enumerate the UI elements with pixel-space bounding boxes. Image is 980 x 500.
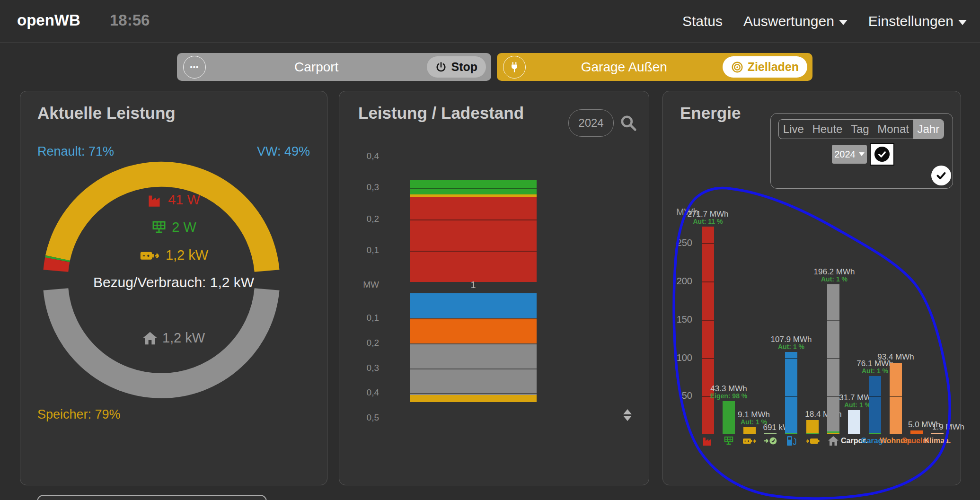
tick-line xyxy=(702,320,714,321)
y-axis-tick: 100 xyxy=(669,352,692,363)
top-navbar: openWB 18:56 Status Auswertungen Einstel… xyxy=(0,0,980,43)
power-soc-chart: 0,10,20,30,40,10,20,30,40,5MW1 xyxy=(339,91,649,485)
zielladen-label: Zielladen xyxy=(748,60,799,74)
chargepoint-garage-button[interactable]: Garage Außen Zielladen xyxy=(497,53,812,81)
stack-segment-battery-discharge[interactable] xyxy=(410,194,537,197)
nav-item-label: Einstellungen xyxy=(868,13,954,29)
sort-down-icon xyxy=(623,416,632,421)
bar-autarky-label: Aut: 11 % xyxy=(675,218,741,225)
energy-bar[interactable] xyxy=(806,420,819,434)
flow-house: 1,2 kW xyxy=(20,330,327,346)
stack-segment-chargepoint-blue[interactable] xyxy=(410,293,537,318)
ellipsis-icon: ••• xyxy=(190,63,199,70)
flow-grid: 41 W xyxy=(20,192,327,208)
axis-tick: 0,1 xyxy=(351,313,379,323)
x-axis-label: Klimaa. xyxy=(918,437,956,445)
energy-bar-chart: MWh25020015010050271.7 MWhAut: 11 %43.3 … xyxy=(663,91,961,485)
energy-bar[interactable] xyxy=(869,376,881,434)
plug-icon xyxy=(508,61,521,73)
house-power-value: 1,2 kW xyxy=(162,330,205,346)
bar-value-label: 691 kWh xyxy=(746,423,812,432)
power-icon xyxy=(435,61,447,73)
nav-item-einstellungen[interactable]: Einstellungen xyxy=(868,13,967,29)
flow-pv: 2 W xyxy=(20,219,327,235)
axis-tick: 0,5 xyxy=(351,412,379,423)
bar-autarky-label: Aut: 1 % xyxy=(801,275,867,283)
energy-bar[interactable] xyxy=(702,227,714,434)
bar-accent-segment xyxy=(827,431,839,433)
tick-line xyxy=(410,188,537,189)
tick-line xyxy=(410,393,537,394)
card-leistung-ladestand: Leistung / Ladestand 2024 0,10,20,30,40,… xyxy=(339,91,649,485)
energy-bar[interactable] xyxy=(785,352,797,434)
speicher-soc: Speicher: 79% xyxy=(37,407,121,422)
axis-tick: 0,3 xyxy=(351,182,379,193)
card-energie: Energie Live Heute Tag Monat Jahr 2024 M… xyxy=(662,91,961,485)
bar-accent-segment xyxy=(806,433,819,434)
y-axis-tick: 150 xyxy=(669,314,692,325)
sort-up-icon xyxy=(623,409,632,414)
house-icon xyxy=(142,331,158,345)
bar-accent-segment xyxy=(827,433,839,434)
stop-label: Stop xyxy=(451,60,477,74)
solar-panel-icon xyxy=(722,436,736,446)
tick-line xyxy=(785,396,797,397)
bar-accent-segment xyxy=(869,433,881,434)
tick-line xyxy=(410,318,537,319)
nav-item-label: Status xyxy=(682,13,723,29)
axis-tick: 0,3 xyxy=(351,363,379,373)
zielladen-mode-button[interactable]: Zielladen xyxy=(723,56,807,78)
nav-item-status[interactable]: Status xyxy=(682,13,723,29)
openwb-dashboard: openWB 18:56 Status Auswertungen Einstel… xyxy=(0,0,980,500)
axis-tick: 0,4 xyxy=(351,151,379,161)
tick-line xyxy=(410,343,537,344)
chargepoint-carport-button[interactable]: ••• Carport Stop xyxy=(177,53,491,81)
stack-segment-pv[interactable] xyxy=(410,180,537,194)
bar-value-label: 18.4 MWh xyxy=(790,410,856,419)
chargepoint-plug-badge[interactable] xyxy=(503,56,526,79)
tick-line xyxy=(785,358,797,359)
stop-charging-button[interactable]: Stop xyxy=(427,56,486,78)
chargepoint-name: Carport xyxy=(206,60,427,75)
grid-power-value: 41 W xyxy=(168,192,200,208)
energy-bar[interactable] xyxy=(848,410,860,434)
bezug-verbrauch-row: Bezug/Verbrauch: 1,2 kW xyxy=(20,274,327,290)
y-axis-tick: 200 xyxy=(669,276,692,287)
bar-value-label: 1.9 MWh xyxy=(915,422,980,432)
stack-segment-chargepoint-orange[interactable] xyxy=(410,318,537,343)
bar-value-label: 93.4 MWh xyxy=(863,352,929,362)
chevron-down-icon xyxy=(958,20,967,25)
stack-segment-grid[interactable] xyxy=(410,197,537,282)
flow-battery: 1,2 kW xyxy=(20,247,327,263)
card-aktuelle-leistung: Aktuelle Leistung Renault: 71% VW: 49% 4… xyxy=(20,91,327,485)
energy-bar[interactable] xyxy=(827,284,839,434)
axis-tick: 0,4 xyxy=(351,387,379,398)
bar-accent-segment xyxy=(785,433,797,434)
y-axis-tick: 250 xyxy=(669,237,692,248)
chargepoint-menu-button[interactable]: ••• xyxy=(183,56,206,79)
x-category-label: 1 xyxy=(468,280,478,290)
energy-bar[interactable] xyxy=(764,433,777,434)
sort-arrows-icon[interactable] xyxy=(623,409,632,421)
partial-card-below xyxy=(37,495,267,500)
nav-item-auswertungen[interactable]: Auswertungen xyxy=(743,13,848,29)
target-icon xyxy=(731,61,743,73)
bezug-verbrauch-value: Bezug/Verbrauch: 1,2 kW xyxy=(93,274,254,290)
chargepoint-name: Garage Außen xyxy=(526,60,723,75)
tick-line xyxy=(890,396,902,397)
stack-segment-battery-charge[interactable] xyxy=(410,395,537,402)
tick-line xyxy=(410,251,537,252)
battery-out-icon xyxy=(139,249,161,262)
factory-icon xyxy=(701,436,715,446)
brand-logo[interactable]: openWB xyxy=(17,11,80,29)
nav-links: Status Auswertungen Einstellungen xyxy=(682,0,967,43)
battery-power-value: 1,2 kW xyxy=(166,247,208,263)
energy-bar[interactable] xyxy=(931,433,944,434)
solar-panel-icon xyxy=(151,220,167,235)
tick-line xyxy=(410,368,537,369)
tick-line xyxy=(702,281,714,282)
axis-tick: 0,2 xyxy=(351,338,379,348)
factory-icon xyxy=(147,193,163,207)
battery-in-icon xyxy=(805,436,820,446)
nav-item-label: Auswertungen xyxy=(743,13,834,29)
